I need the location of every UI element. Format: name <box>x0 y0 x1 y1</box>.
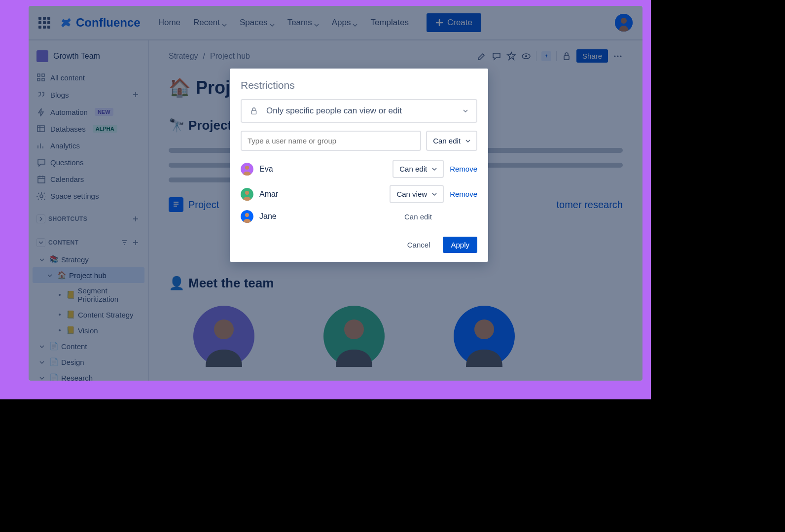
nav-item-home[interactable]: Home <box>158 18 180 28</box>
sidebar-item-analytics[interactable]: Analytics <box>33 137 144 154</box>
remove-link[interactable]: Remove <box>450 165 477 173</box>
chevron-down-icon[interactable] <box>39 255 46 264</box>
add-shortcut-button[interactable] <box>131 214 141 224</box>
gear-icon <box>36 191 45 200</box>
sidebar-item-questions[interactable]: Questions <box>33 154 144 171</box>
chevron-down-icon <box>222 20 227 25</box>
confluence-logo[interactable]: Confluence <box>59 16 141 30</box>
page-link[interactable]: tomer research <box>557 199 623 211</box>
add-content-button[interactable] <box>131 238 141 248</box>
nav-item-recent[interactable]: Recent <box>193 18 227 28</box>
permission-value: Can edit <box>399 213 450 221</box>
user-avatar <box>241 188 253 201</box>
chevron-down-icon <box>353 20 357 25</box>
tree-item-label: Design <box>61 358 84 366</box>
filter-icon[interactable] <box>121 239 128 246</box>
table-icon <box>36 124 45 133</box>
sidebar-item-calendars[interactable]: Calendars <box>33 171 144 187</box>
team-avatar[interactable] <box>323 306 385 367</box>
restriction-mode-select[interactable]: Only specific people can view or edit <box>241 99 477 123</box>
team-avatar[interactable] <box>193 306 254 367</box>
bolt-icon <box>36 107 45 116</box>
page-icon: 📒 <box>66 326 75 335</box>
product-name: Confluence <box>76 16 141 30</box>
tree-item-content-strategy[interactable]: 📒Content Strategy <box>33 307 144 322</box>
nav-item-spaces[interactable]: Spaces <box>240 18 275 28</box>
svg-point-8 <box>40 195 43 198</box>
page-icon: 📒 <box>66 290 75 299</box>
space-icon <box>36 50 48 62</box>
user-name: Eva <box>259 165 387 174</box>
lock-icon[interactable] <box>562 51 571 61</box>
tree-item-design[interactable]: 📄Design <box>33 354 144 370</box>
page-link[interactable]: Project <box>188 199 219 211</box>
sidebar-item-all-content[interactable]: All content <box>33 69 144 86</box>
chevron-down-icon[interactable] <box>39 342 46 351</box>
tree-item-segment-prioritization[interactable]: 📒Segment Prioritization <box>33 283 144 307</box>
tree-item-research[interactable]: 📄Research <box>33 370 144 381</box>
breadcrumb-item[interactable]: Strategy <box>169 52 198 61</box>
user-row: EvaCan editRemove <box>241 160 477 178</box>
sidebar-item-databases[interactable]: DatabasesALPHA <box>33 120 144 137</box>
team-avatar[interactable] <box>454 306 515 367</box>
tree-item-vision[interactable]: 📒Vision <box>33 322 144 338</box>
add-button[interactable] <box>131 90 141 100</box>
comment-icon[interactable] <box>492 51 501 61</box>
sidebar-item-automation[interactable]: AutomationNEW <box>33 104 144 120</box>
user-row: JaneCan edit <box>241 210 477 223</box>
badge: NEW <box>95 108 113 116</box>
confluence-icon <box>59 16 73 30</box>
edit-icon[interactable] <box>477 51 487 61</box>
content-section-header[interactable]: CONTENT <box>33 234 144 251</box>
svg-rect-7 <box>38 177 45 183</box>
permission-select[interactable]: Can edit <box>392 160 444 178</box>
create-label: Create <box>447 18 472 28</box>
svg-point-28 <box>245 213 249 217</box>
space-name: Growth Team <box>53 52 100 61</box>
svg-point-14 <box>620 55 622 57</box>
svg-rect-3 <box>42 74 44 76</box>
create-button[interactable]: Create <box>427 13 481 32</box>
sidebar-item-space-settings[interactable]: Space settings <box>33 187 144 204</box>
shortcuts-section-header[interactable]: SHORTCUTS <box>33 210 144 228</box>
chevron-down-icon[interactable] <box>39 374 46 381</box>
svg-point-21 <box>474 319 494 339</box>
chevron-down-icon[interactable] <box>47 271 54 280</box>
remove-link[interactable]: Remove <box>450 190 477 198</box>
breadcrumb-item[interactable]: Project hub <box>210 52 250 61</box>
tree-item-project-hub[interactable]: 🏠Project hub <box>33 267 144 283</box>
svg-point-1 <box>621 18 627 24</box>
ai-icon[interactable] <box>541 51 551 61</box>
user-name: Jane <box>259 212 393 221</box>
permission-select[interactable]: Can edit <box>426 131 477 151</box>
apply-button[interactable]: Apply <box>443 237 477 253</box>
modal-title: Restrictions <box>241 79 477 91</box>
user-avatar[interactable] <box>615 14 633 32</box>
cancel-button[interactable]: Cancel <box>401 237 436 253</box>
user-avatar <box>241 210 253 223</box>
sidebar-item-label: Blogs <box>50 91 69 99</box>
top-navigation: Confluence HomeRecentSpacesTeamsAppsTemp… <box>29 6 642 40</box>
star-icon[interactable] <box>506 51 516 61</box>
app-switcher-icon[interactable] <box>38 17 50 29</box>
permission-select[interactable]: Can view <box>390 185 444 203</box>
breadcrumb: Strategy / Project hub Share <box>169 49 623 63</box>
watch-icon[interactable] <box>521 51 531 61</box>
chevron-right-icon[interactable] <box>36 214 45 223</box>
nav-item-teams[interactable]: Teams <box>287 18 319 28</box>
chevron-down-icon[interactable] <box>36 238 45 247</box>
shortcuts-label: SHORTCUTS <box>48 215 87 222</box>
tree-item-strategy[interactable]: 📚Strategy <box>33 251 144 267</box>
page-icon: 📄 <box>49 373 58 381</box>
nav-item-templates[interactable]: Templates <box>370 18 408 28</box>
tree-item-content[interactable]: 📄Content <box>33 338 144 354</box>
share-button[interactable]: Share <box>576 49 608 63</box>
page-title-icon: 🏠 <box>169 77 191 98</box>
more-icon[interactable] <box>613 51 623 61</box>
tree-item-label: Vision <box>78 326 98 335</box>
chevron-down-icon[interactable] <box>39 358 46 366</box>
nav-item-apps[interactable]: Apps <box>332 18 358 28</box>
space-header[interactable]: Growth Team <box>33 46 144 66</box>
user-search-input[interactable] <box>241 131 421 151</box>
sidebar-item-blogs[interactable]: Blogs <box>33 86 144 104</box>
